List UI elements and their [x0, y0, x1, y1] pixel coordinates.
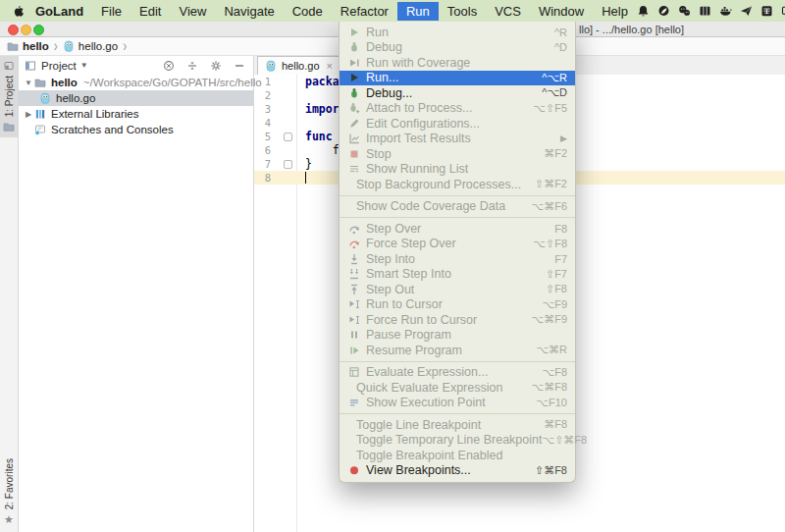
tree-chevron-icon[interactable]: ▶: [23, 110, 34, 119]
list-icon: [347, 163, 361, 175]
tree-item-hello-go[interactable]: hello.go: [19, 90, 253, 106]
menubar-item-refactor[interactable]: Refactor: [332, 2, 397, 21]
line-number: 5: [257, 131, 271, 142]
step-over-icon: [347, 223, 361, 235]
menubar-item-run[interactable]: Run: [397, 2, 439, 21]
menu-item-debug-4[interactable]: Debug...^⌥D: [340, 85, 575, 101]
menu-item-run-to-cursor-19: Run to Cursor⌥F9: [340, 297, 575, 313]
locate-icon[interactable]: [163, 60, 175, 72]
menubar-item-code[interactable]: Code: [284, 2, 332, 21]
menubar-item-navigate[interactable]: Navigate: [215, 2, 283, 21]
breadcrumb-item-hello-go[interactable]: hello.go: [63, 40, 118, 52]
menu-item-show-running-list-9: Show Running List: [340, 162, 575, 178]
tree-item-scratches-and-consoles[interactable]: Scratches and Consoles: [19, 122, 253, 137]
project-panel-icon: [25, 60, 36, 72]
tree-item-hello[interactable]: ▼hello~/Workspace/Go/GOPATH/src/hello: [19, 75, 253, 90]
pause-icon: [347, 329, 361, 341]
menu-shortcut: ⇧⌘F2: [535, 178, 567, 190]
notification-bell-icon[interactable]: [637, 5, 650, 17]
character-grid-icon[interactable]: [699, 5, 711, 17]
run-menu-dropdown: Run^RDebug^DRun with CoverageRun...^⌥RDe…: [339, 22, 576, 483]
menu-item-resume-program-22: Resume Program⌥⌘R: [340, 343, 575, 358]
tool-window-icon: [3, 60, 15, 72]
tree-item-external-libraries[interactable]: ▶External Libraries: [19, 106, 253, 122]
menubar-item-edit[interactable]: Edit: [131, 2, 170, 21]
menubar-item-tools[interactable]: Tools: [439, 2, 486, 21]
collapse-all-icon[interactable]: [186, 60, 198, 72]
settings-icon[interactable]: [210, 60, 222, 72]
submenu-arrow-icon: ▶: [560, 133, 567, 143]
menu-item-quick-evaluate-expression-25: Quick Evaluate Expression⌥⌘F8: [340, 380, 575, 396]
menubar-item-view[interactable]: View: [170, 2, 215, 21]
smart-step-into-icon: [347, 268, 361, 280]
menu-item-run-3[interactable]: Run...^⌥R: [340, 71, 575, 86]
docker-icon[interactable]: [719, 5, 732, 17]
wechat-icon[interactable]: [678, 5, 691, 17]
fold-marker-icon[interactable]: [284, 133, 292, 141]
zoom-window-button[interactable]: [33, 25, 44, 35]
line-number: 3: [257, 103, 271, 115]
menu-shortcut: ⌥⇧F5: [533, 102, 567, 115]
step-out-icon: [347, 284, 361, 295]
menu-item-step-into-16: Step IntoF7: [340, 251, 575, 267]
menu-item-stop-background-processes-10: Stop Background Processes...⇧⌘F2: [340, 177, 575, 192]
screen-mirroring-icon[interactable]: [781, 5, 785, 17]
breadcrumb-item-hello[interactable]: hello: [7, 40, 49, 52]
input-source-english-icon[interactable]: [760, 5, 773, 17]
menu-shortcut: ⌘F8: [544, 418, 567, 431]
menu-item-step-over-14: Step OverF8: [340, 221, 575, 237]
tab-hello-go[interactable]: hello.go ×: [257, 56, 340, 75]
minimize-window-button[interactable]: [21, 25, 31, 35]
scratches-icon: [34, 124, 46, 135]
menu-shortcut: ⌘F2: [544, 147, 567, 160]
folder-icon: [3, 121, 15, 133]
menu-item-view-breakpoints-31[interactable]: View Breakpoints...⇧⌘F8: [340, 463, 575, 479]
hide-icon[interactable]: [234, 60, 245, 72]
project-panel-title[interactable]: Project: [41, 60, 77, 72]
folder-icon: [7, 40, 19, 52]
menu-shortcut: ⇧F7: [546, 268, 567, 281]
tab-label: hello.go: [282, 60, 320, 72]
line-number: 7: [257, 158, 271, 170]
menu-shortcut: ⌥F8: [542, 366, 567, 379]
sidebar-item-favorites[interactable]: 2: Favorites ★: [0, 458, 18, 525]
sidebar-item-project[interactable]: 1: Project: [0, 56, 18, 137]
menubar-item-help[interactable]: Help: [593, 2, 637, 21]
menu-shortcut: ⌥⌘R: [536, 344, 567, 356]
menu-shortcut: ⌥⇧⌘F8: [542, 434, 587, 447]
menu-shortcut: ⌥F10: [536, 397, 567, 409]
project-tree: ▼hello~/Workspace/Go/GOPATH/src/hellohel…: [19, 75, 253, 137]
menu-shortcut: ⌥⌘F6: [531, 200, 567, 213]
fold-marker-icon[interactable]: [284, 160, 292, 169]
menubar-item-window[interactable]: Window: [530, 2, 593, 21]
run-to-cursor-icon: [347, 314, 361, 326]
menu-item-run-with-coverage-2: Run with Coverage: [340, 55, 575, 71]
paper-plane-icon[interactable]: [740, 5, 753, 17]
tree-chevron-icon[interactable]: ▼: [23, 79, 34, 87]
menubar-item-goland[interactable]: GoLand: [26, 2, 92, 21]
menu-separator: [340, 413, 575, 414]
bug-green-icon: [347, 87, 361, 99]
close-window-button[interactable]: [8, 25, 19, 35]
menu-item-run-0: Run^R: [340, 25, 575, 40]
goland-window: GoLandFileEditViewNavigateCodeRefactorRu…: [0, 0, 785, 532]
bug-attach-icon: [347, 102, 361, 114]
folder-icon: [34, 77, 46, 88]
step-over-red-icon: [347, 238, 361, 249]
menubar-item-file[interactable]: File: [92, 2, 131, 21]
play-dark-icon: [347, 72, 361, 83]
close-icon[interactable]: ×: [327, 61, 333, 72]
menu-shortcut: ^⌥R: [542, 72, 567, 84]
edit-icon: [347, 118, 361, 130]
menu-shortcut: ⌥⇧F8: [533, 238, 567, 250]
bug-icon: [347, 41, 361, 53]
menu-shortcut: ⇧F8: [546, 283, 567, 295]
tool-window-stripe: 1: Project 2: Favorites ★: [0, 56, 19, 532]
favorites-stripe-label: 2: Favorites: [4, 458, 15, 509]
menu-item-import-test-results-7: Import Test Results▶: [340, 132, 575, 147]
menu-separator: [340, 217, 575, 218]
menubar-item-vcs[interactable]: VCS: [486, 2, 530, 21]
browser-icon[interactable]: [657, 5, 670, 17]
apple-menu-icon[interactable]: [12, 5, 25, 18]
chevron-down-icon[interactable]: ▼: [80, 61, 88, 70]
